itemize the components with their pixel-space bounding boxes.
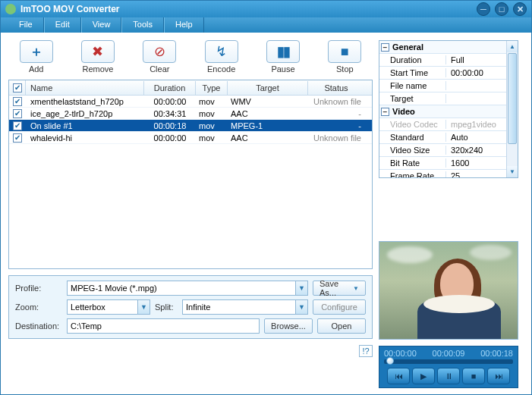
- scroll-down-icon[interactable]: ▼: [507, 166, 518, 177]
- row-target: MPEG-1: [228, 121, 308, 130]
- encode-label: Encode: [207, 64, 235, 74]
- chevron-down-icon[interactable]: ▼: [137, 300, 150, 314]
- row-checkbox[interactable]: ✔: [13, 121, 22, 130]
- player-play-button[interactable]: ▶: [412, 368, 435, 384]
- table-row[interactable]: ✔xmenthelaststand_h720p00:00:00movWMVUnk…: [9, 96, 372, 108]
- clear-label: Clear: [150, 64, 169, 74]
- menu-help[interactable]: Help: [164, 17, 204, 33]
- save-as-button[interactable]: Save As... ▼: [313, 281, 366, 296]
- browse-button[interactable]: Browse...: [264, 318, 313, 334]
- open-button[interactable]: Open: [317, 318, 366, 334]
- properties-panel: −General DurationFull Start Time00:00:00…: [379, 40, 518, 178]
- row-duration: 00:00:00: [144, 133, 196, 143]
- player-pause-button[interactable]: ⏸: [437, 368, 460, 384]
- player-time-end: 00:00:18: [480, 349, 513, 358]
- row-type: mov: [196, 133, 228, 143]
- add-button[interactable]: ＋: [20, 40, 53, 63]
- collapse-icon[interactable]: −: [381, 43, 389, 52]
- row-status: Unknown file: [308, 97, 364, 106]
- slider-knob[interactable]: [386, 357, 394, 365]
- row-duration: 00:00:00: [144, 97, 196, 106]
- pause-label: Pause: [271, 64, 294, 74]
- player-seek-slider[interactable]: [384, 359, 513, 364]
- group-general[interactable]: −General: [379, 41, 518, 54]
- prop-size-key: Video Size: [379, 146, 446, 155]
- options-panel: Profile: MPEG-1 Movie (*.mpg)▼ Save As..…: [8, 275, 373, 339]
- toolbar: ＋Add ✖Remove ⊘Clear ↯Encode ▮▮Pause ■Sto…: [8, 40, 373, 74]
- menu-edit[interactable]: Edit: [44, 17, 81, 33]
- destination-input[interactable]: C:\Temp: [67, 318, 260, 334]
- split-label: Split:: [155, 303, 178, 312]
- prop-start-key: Start Time: [379, 68, 446, 77]
- stop-button[interactable]: ■: [328, 40, 361, 63]
- profile-label: Profile:: [15, 284, 62, 293]
- chevron-down-icon[interactable]: ▼: [295, 300, 307, 314]
- prop-codec-key: Video Codec: [379, 120, 446, 129]
- help-button[interactable]: !?: [359, 345, 373, 357]
- encode-button[interactable]: ↯: [205, 40, 238, 63]
- player-prev-button[interactable]: ⏮: [387, 368, 410, 384]
- close-button[interactable]: ✕: [513, 2, 527, 16]
- clear-button[interactable]: ⊘: [143, 40, 176, 63]
- prop-file-key: File name: [379, 81, 446, 90]
- add-label: Add: [29, 64, 44, 74]
- table-row[interactable]: ✔On slide #100:00:18movMPEG-1-: [9, 120, 372, 132]
- prop-frate-key: Frame Rate: [379, 171, 446, 178]
- maximize-button[interactable]: □: [495, 2, 508, 16]
- row-checkbox[interactable]: ✔: [13, 109, 22, 118]
- title-bar: ImTOO MOV Converter ─ □ ✕: [1, 1, 531, 17]
- remove-button[interactable]: ✖: [81, 40, 115, 63]
- row-name: On slide #1: [26, 121, 144, 130]
- header-name[interactable]: Name: [26, 81, 144, 95]
- header-target[interactable]: Target: [228, 81, 308, 95]
- window-title: ImTOO MOV Converter: [20, 4, 477, 14]
- destination-label: Destination:: [15, 321, 62, 331]
- row-status: Unknown file: [308, 133, 364, 143]
- row-type: mov: [196, 109, 228, 118]
- prop-target-key: Target: [379, 94, 446, 103]
- profile-combo[interactable]: MPEG-1 Movie (*.mpg)▼: [67, 281, 308, 296]
- table-row[interactable]: ✔ice_age_2-tlrD_h720p00:34:31movAAC-: [9, 108, 372, 120]
- player-stop-button[interactable]: ■: [462, 368, 485, 384]
- group-video[interactable]: −Video: [379, 105, 518, 118]
- zoom-label: Zoom:: [15, 303, 62, 312]
- header-checkbox[interactable]: ✔: [13, 83, 22, 92]
- row-name: whalevid-hi: [26, 133, 144, 143]
- player-next-button[interactable]: ⏭: [487, 368, 510, 384]
- stop-label: Stop: [336, 64, 354, 74]
- remove-label: Remove: [83, 64, 114, 74]
- header-duration[interactable]: Duration: [144, 81, 196, 95]
- file-list: ✔ Name Duration Type Target Status ✔xmen…: [8, 80, 373, 269]
- row-checkbox[interactable]: ✔: [13, 97, 22, 106]
- menu-file[interactable]: File: [8, 17, 44, 33]
- split-combo[interactable]: Infinite▼: [182, 299, 308, 315]
- row-type: mov: [196, 121, 228, 130]
- row-duration: 00:34:31: [144, 109, 196, 118]
- row-target: AAC: [228, 133, 308, 143]
- row-target: WMV: [228, 97, 308, 106]
- chevron-down-icon[interactable]: ▼: [295, 281, 307, 295]
- menu-view[interactable]: View: [81, 17, 122, 33]
- menu-bar: File Edit View Tools Help: [1, 17, 531, 33]
- scrollbar-thumb[interactable]: [508, 53, 517, 144]
- collapse-icon[interactable]: −: [381, 108, 389, 116]
- scroll-up-icon[interactable]: ▲: [507, 41, 518, 52]
- prop-standard-key: Standard: [379, 133, 446, 142]
- preview-video: [379, 241, 518, 340]
- zoom-combo[interactable]: Letterbox▼: [67, 299, 150, 315]
- table-row[interactable]: ✔whalevid-hi00:00:00movAACUnknown file: [9, 132, 372, 144]
- row-status: -: [308, 109, 364, 118]
- minimize-button[interactable]: ─: [477, 2, 490, 16]
- menu-tools[interactable]: Tools: [121, 17, 164, 33]
- configure-button[interactable]: Configure: [313, 299, 366, 315]
- row-type: mov: [196, 97, 228, 106]
- header-status[interactable]: Status: [308, 81, 364, 95]
- chevron-down-icon: ▼: [353, 285, 359, 292]
- row-status: -: [308, 121, 364, 130]
- player-time-current: 00:00:09: [433, 349, 465, 358]
- header-type[interactable]: Type: [196, 81, 228, 95]
- row-checkbox[interactable]: ✔: [13, 133, 22, 143]
- pause-button[interactable]: ▮▮: [266, 40, 300, 63]
- properties-scrollbar[interactable]: ▲ ▼: [506, 41, 518, 177]
- row-duration: 00:00:18: [144, 121, 196, 130]
